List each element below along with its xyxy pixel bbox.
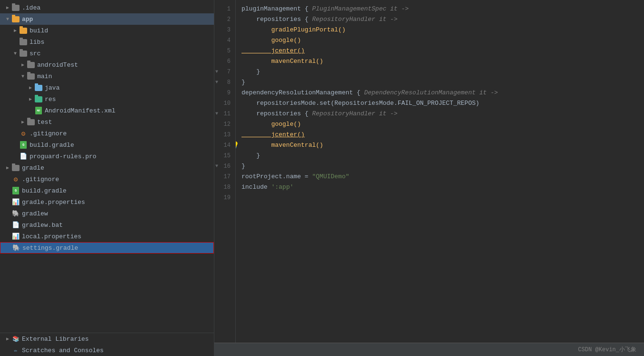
sidebar-item-build-gradle-root[interactable]: G build.gradle — [0, 185, 214, 196]
sidebar-item-idea[interactable]: .idea — [0, 2, 214, 13]
sidebar-item-manifest[interactable]: MF AndroidManifest.xml — [0, 105, 214, 116]
code-line-19 — [242, 193, 644, 203]
line-num-19: 19 — [214, 193, 235, 203]
sidebar-item-label: main — [37, 73, 52, 80]
sidebar-item-res[interactable]: res — [0, 93, 214, 105]
library-icon: 📚 — [11, 335, 20, 343]
code-line-13: jcenter() — [242, 130, 644, 140]
code-line-14: 💡 mavenCentral() — [242, 140, 644, 151]
sidebar-item-build-gradle-app[interactable]: G build.gradle — [0, 139, 214, 151]
properties-icon: 📊 — [11, 233, 20, 240]
folder-icon — [19, 50, 28, 57]
code-token: pluginManagement — [242, 4, 305, 14]
sidebar-item-label: .idea — [22, 4, 40, 11]
sidebar-item-build[interactable]: build — [0, 25, 214, 36]
line-num-9: 9 — [214, 88, 235, 98]
code-token: } — [242, 77, 245, 88]
folder-icon — [27, 61, 35, 69]
scratch-icon: ✏ — [11, 346, 20, 354]
git-icon: ⚙ — [19, 130, 28, 137]
properties-icon: 📊 — [11, 198, 20, 206]
git-icon: ⚙ — [11, 175, 20, 183]
sidebar-item-gradle-properties[interactable]: 📊 gradle.properties — [0, 196, 214, 208]
code-line-17: rootProject.name = "QMUIDemo" — [242, 172, 644, 182]
code-line-8: } — [242, 77, 644, 88]
sidebar-item-gradlew[interactable]: 🐘 gradlew — [0, 208, 214, 219]
code-token: RepositoryHandler it -> — [312, 14, 397, 25]
line-num-8: ▼8 — [214, 77, 235, 88]
folder-orange-icon — [19, 27, 28, 34]
sidebar-item-src[interactable]: src — [0, 48, 214, 59]
sidebar-item-label: res — [45, 96, 56, 103]
code-editor: 1 2 3 4 5 6 ▼7 ▼8 9 10 ▼11 12 13 14 15 ▼… — [214, 0, 644, 356]
code-line-15: } — [242, 151, 644, 161]
sidebar-item-java[interactable]: java — [0, 82, 214, 93]
arrow-icon — [4, 165, 11, 171]
gradlew-icon: 🐘 — [11, 210, 20, 217]
folder-teal-icon — [34, 95, 43, 103]
line-num-14: 14 — [214, 140, 235, 151]
arrow-icon — [4, 5, 11, 10]
sidebar-item-gradlew-bat[interactable]: 📄 gradlew.bat — [0, 219, 214, 231]
sidebar-item-settings-gradle[interactable]: 🐘 settings.gradle — [0, 242, 214, 254]
code-line-7: } — [242, 67, 644, 77]
code-token: mavenCentral() — [242, 56, 323, 67]
scratches-label: Scratches and Consoles — [22, 347, 104, 354]
sidebar-item-androidtest[interactable]: androidTest — [0, 59, 214, 71]
sidebar-item-label: gradle.properties — [22, 199, 85, 206]
arrow-icon — [19, 62, 27, 68]
sidebar-item-libs[interactable]: libs — [0, 36, 214, 48]
sidebar-item-test[interactable]: test — [0, 116, 214, 128]
sidebar-item-app[interactable]: app — [0, 13, 214, 25]
sidebar-item-label: src — [30, 50, 40, 57]
code-token: ':app' — [271, 182, 293, 193]
arrow-icon — [19, 74, 27, 79]
line-num-18: 18 — [214, 182, 235, 193]
line-num-7: ▼7 — [214, 67, 235, 77]
settings-gradle-icon: 🐘 — [12, 244, 20, 252]
code-token: } — [242, 161, 245, 172]
sidebar-item-main[interactable]: main — [0, 71, 214, 82]
code-content[interactable]: pluginManagement { PluginManagementSpec … — [236, 0, 644, 343]
file-tree: .idea app build libs src — [0, 0, 214, 356]
sidebar-item-label: java — [45, 84, 60, 92]
code-line-2: repositories { RepositoryHandler it -> — [242, 14, 644, 25]
code-line-18: include ':app' — [242, 182, 644, 193]
sidebar-item-gradle-folder[interactable]: gradle — [0, 162, 214, 173]
line-numbers: 1 2 3 4 5 6 ▼7 ▼8 9 10 ▼11 12 13 14 15 ▼… — [214, 0, 236, 343]
code-token: } — [242, 67, 260, 77]
code-area: 1 2 3 4 5 6 ▼7 ▼8 9 10 ▼11 12 13 14 15 ▼… — [214, 0, 644, 343]
line-num-16: ▼16 — [214, 161, 235, 172]
external-libraries-label: External Libraries — [22, 336, 89, 343]
sidebar-item-label: androidTest — [37, 61, 78, 69]
sidebar-item-label: local.properties — [22, 233, 81, 240]
code-token: repositories — [242, 14, 305, 25]
external-libraries-item[interactable]: 📚 External Libraries — [0, 333, 214, 345]
code-line-1: pluginManagement { PluginManagementSpec … — [242, 4, 644, 14]
code-line-11: repositories { RepositoryHandler it -> — [242, 109, 644, 119]
sidebar-item-label: build.gradle — [30, 142, 74, 149]
sidebar-item-proguard[interactable]: 📄 proguard-rules.pro — [0, 151, 214, 162]
code-line-4: google() — [242, 35, 644, 46]
line-num-5: 5 — [214, 46, 235, 56]
code-line-3: gradlePluginPortal() — [242, 25, 644, 35]
code-token: include — [242, 182, 271, 193]
sidebar-item-label: gradle — [22, 164, 44, 172]
code-token: { — [357, 88, 364, 98]
line-num-4: 4 — [214, 35, 235, 46]
sidebar-item-local-properties[interactable]: 📊 local.properties — [0, 231, 214, 242]
line-num-12: 12 — [214, 119, 235, 130]
sidebar-item-label: gradlew — [22, 210, 48, 217]
line-num-3: 3 — [214, 25, 235, 35]
sidebar-item-label: test — [37, 119, 52, 126]
arrow-icon — [11, 28, 19, 33]
sidebar-item-gitignore-app[interactable]: ⚙ .gitignore — [0, 128, 214, 139]
gradle-icon: G — [19, 141, 28, 149]
sidebar-item-gitignore-root[interactable]: ⚙ .gitignore — [0, 173, 214, 185]
code-line-6: mavenCentral() — [242, 56, 644, 67]
folder-icon — [19, 38, 28, 46]
scratches-item[interactable]: ✏ Scratches and Consoles — [0, 345, 214, 356]
code-token: { — [305, 109, 312, 119]
code-token: gradlePluginPortal() — [242, 25, 345, 35]
file-icon: 📄 — [11, 221, 20, 229]
